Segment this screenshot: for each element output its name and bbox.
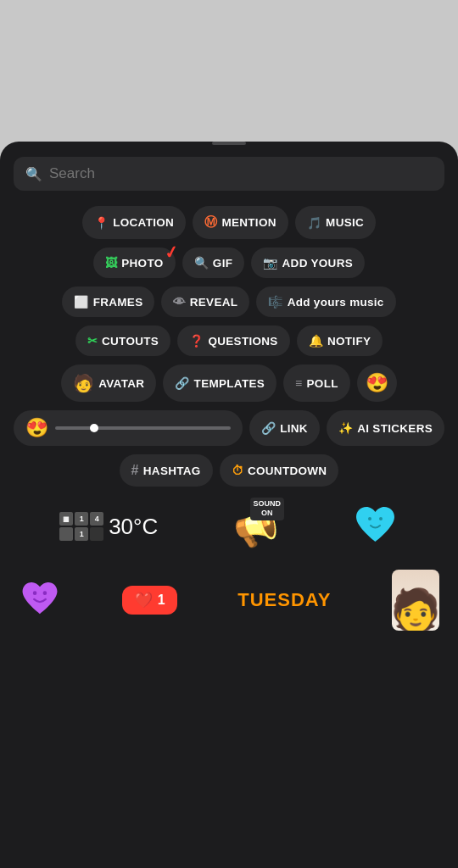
grid-cell: ▦ [59, 512, 73, 526]
svg-point-1 [379, 517, 383, 520]
like-badge[interactable]: ❤️ 1 [122, 586, 177, 615]
slider-emoji: 😍 [25, 417, 48, 439]
frames-icon: ⬜ [74, 295, 88, 309]
temperature-display: 30°C [109, 514, 158, 540]
top-gray-area [0, 0, 458, 131]
reveal-icon: 👁 [173, 295, 185, 309]
purple-heart-svg [19, 579, 61, 618]
weather-widget[interactable]: ▦ 1 4 1 30°C [59, 512, 158, 541]
addyoursmusic-icon: 🎼 [268, 295, 282, 309]
link-icon: 🔗 [261, 421, 276, 435]
location-icon: 📍 [94, 216, 109, 230]
grid-cell-1: 1 [75, 512, 88, 526]
slider-bar [55, 426, 231, 430]
hashtag-icon: # [131, 463, 139, 478]
sound-on-widget[interactable]: 📢 SOUNDON [233, 506, 277, 548]
notify-icon: 🔔 [309, 334, 323, 348]
weather-grid: ▦ 1 4 1 [59, 512, 103, 541]
purple-heart-widget[interactable] [19, 579, 61, 621]
aistickers-icon: ✨ [338, 421, 353, 435]
blue-heart-svg [352, 504, 399, 546]
avatar-icon: 🧑 [73, 373, 94, 393]
bottom-stickers: ▦ 1 4 1 30°C 📢 SOUNDON [14, 504, 444, 549]
sound-on-badge: SOUNDON [250, 498, 285, 520]
sticker-row-5: 🧑 AVATAR 🔗 TEMPLATES ≡ POLL 😍 [14, 364, 444, 402]
sticker-music[interactable]: 🎵 MUSIC [295, 206, 376, 239]
sticker-mention[interactable]: Ⓜ MENTION [193, 206, 288, 239]
day-of-week: TUESDAY [237, 589, 331, 611]
heart-eyes-icon: 😍 [366, 372, 388, 394]
sticker-location[interactable]: 📍 LOCATION [82, 206, 186, 239]
sticker-picker-sheet: 🔍 📍 LOCATION Ⓜ MENTION 🎵 MUSIC 🖼 [0, 142, 458, 868]
questions-icon: ❓ [189, 334, 204, 348]
sticker-emoji-slider[interactable]: 😍 [14, 410, 243, 446]
sticker-row-2: 🖼 PHOTO ✓ 🔍 GIF 📷 ADD YOURS [14, 248, 444, 278]
search-icon: 🔍 [25, 166, 42, 182]
sticker-hashtag[interactable]: # HASHTAG [120, 454, 213, 487]
mention-icon: Ⓜ [204, 214, 217, 231]
blue-heart-widget[interactable] [352, 504, 399, 549]
sticker-row-6: 😍 🔗 LINK ✨ AI STICKERS [14, 410, 444, 446]
sticker-poll[interactable]: ≡ POLL [283, 364, 350, 402]
person-avatar: 🧑 [392, 570, 439, 631]
grid-cell-5 [90, 527, 103, 541]
like-count: 1 [158, 593, 165, 608]
slider-thumb [90, 424, 98, 432]
grid-cell-2: 4 [90, 512, 103, 526]
sticker-aistickers[interactable]: ✨ AI STICKERS [327, 410, 444, 446]
svg-point-2 [33, 591, 37, 595]
countdown-icon: ⏱ [232, 464, 243, 477]
poll-icon: ≡ [295, 376, 302, 390]
sticker-countdown[interactable]: ⏱ COUNTDOWN [220, 454, 339, 487]
sticker-reveal[interactable]: 👁 REVEAL [161, 287, 249, 317]
drag-handle[interactable] [212, 142, 246, 145]
sticker-row-1: 📍 LOCATION Ⓜ MENTION 🎵 MUSIC [14, 206, 444, 239]
sticker-gif[interactable]: 🔍 GIF [182, 248, 245, 278]
grid-cell-4: 1 [75, 527, 88, 541]
search-bar[interactable]: 🔍 [14, 157, 444, 191]
svg-point-3 [43, 591, 47, 595]
sticker-cutouts[interactable]: ✂ CUTOUTS [75, 326, 170, 356]
addyours-icon: 📷 [263, 256, 277, 270]
sticker-addyoursmusic[interactable]: 🎼 Add yours music [256, 287, 395, 317]
photo-container: 🖼 PHOTO ✓ [93, 248, 176, 278]
cutouts-icon: ✂ [87, 334, 98, 348]
gif-icon: 🔍 [194, 256, 209, 270]
sticker-avatar[interactable]: 🧑 AVATAR [61, 364, 156, 402]
sticker-grid: 📍 LOCATION Ⓜ MENTION 🎵 MUSIC 🖼 PHOTO ✓ [14, 206, 444, 487]
sticker-photo[interactable]: 🖼 PHOTO [93, 248, 176, 278]
sticker-row-4: ✂ CUTOUTS ❓ QUESTIONS 🔔 NOTIFY [14, 326, 444, 356]
like-heart-icon: ❤️ [134, 591, 153, 609]
templates-icon: 🔗 [175, 376, 189, 390]
sticker-templates[interactable]: 🔗 TEMPLATES [163, 364, 276, 402]
sticker-link[interactable]: 🔗 LINK [249, 410, 320, 446]
sticker-row-3: ⬜ FRAMES 👁 REVEAL 🎼 Add yours music [14, 287, 444, 317]
sticker-frames[interactable]: ⬜ FRAMES [62, 287, 154, 317]
sticker-addyours[interactable]: 📷 ADD YOURS [251, 248, 365, 278]
music-icon: 🎵 [307, 216, 321, 230]
sticker-notify[interactable]: 🔔 NOTIFY [297, 326, 383, 356]
sticker-emoji-face[interactable]: 😍 [357, 364, 397, 402]
svg-point-0 [368, 517, 371, 520]
grid-cell-3 [59, 527, 73, 541]
sticker-questions[interactable]: ❓ QUESTIONS [177, 326, 290, 356]
photo-icon: 🖼 [105, 256, 117, 270]
bottom-bar: ❤️ 1 TUESDAY 🧑 [14, 570, 444, 631]
sticker-row-7: # HASHTAG ⏱ COUNTDOWN [14, 454, 444, 487]
search-input[interactable] [49, 165, 433, 182]
